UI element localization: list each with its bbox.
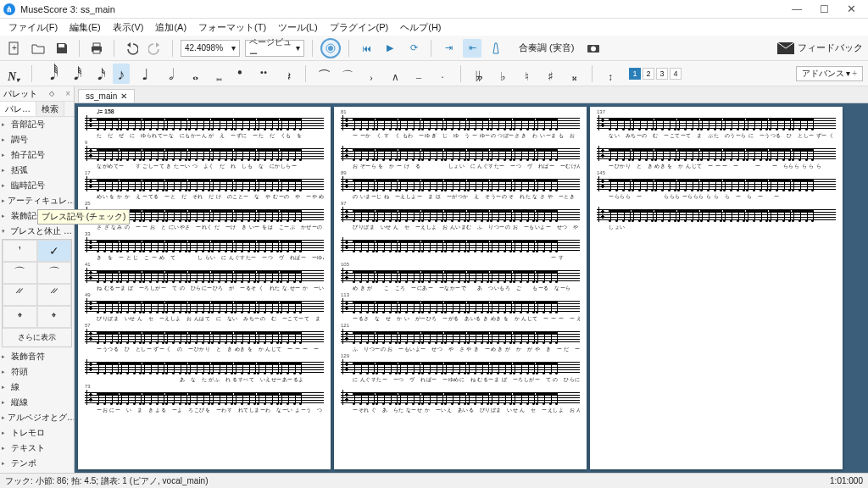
pal-lines[interactable]: ▸線 [0, 380, 74, 395]
flip-button[interactable]: ↕ [602, 64, 619, 84]
palette-tab-search[interactable]: 検索 [36, 102, 64, 116]
note-whole[interactable]: 𝅝 [184, 64, 201, 84]
pal-arpeggio[interactable]: ▸アルペジオとグ… [0, 410, 74, 425]
maximize-button[interactable]: ☐ [810, 0, 837, 19]
pal-noteheads[interactable]: ▸符頭 [0, 364, 74, 380]
workspace-select[interactable]: アドバンス ▾ + [796, 66, 863, 81]
note-quarter[interactable]: ♩ [136, 64, 153, 84]
breath-short1[interactable]: 𝄌 [3, 306, 37, 328]
menu-format[interactable]: フォーマット(T) [193, 19, 271, 36]
menu-tools[interactable]: ツール(L) [273, 19, 322, 36]
pal-keysig[interactable]: ▸調号 [0, 132, 74, 147]
note-8th[interactable]: ♪ [113, 64, 130, 84]
double-sharp-button[interactable]: 𝄪 [565, 64, 582, 84]
concert-pitch-toggle[interactable] [320, 38, 341, 58]
staccato-button[interactable]: · [434, 64, 451, 84]
palette-tabs: パレ… 検索 [0, 102, 74, 117]
print-button[interactable] [87, 39, 106, 58]
breath-tick2[interactable]: 𝄓 [37, 284, 72, 306]
note-64th[interactable]: 𝅘𝅥𝅱 [42, 64, 58, 84]
paper-wrap[interactable]: ♩= 158た だ ぜ に ゆられてーな にもかーん が え ーずに ーた だ … [75, 103, 868, 473]
pal-timesig[interactable]: ▸拍子記号 [0, 147, 74, 163]
menu-help[interactable]: ヘルプ(H) [395, 19, 446, 36]
note-16th[interactable]: 𝅘𝅥𝅯 [89, 64, 106, 84]
palette-panel: パレット ◇ × パレ… 検索 ▸音部記号 ▸調号 ▸拍子記号 ▸括弧 ▸臨時記… [0, 86, 75, 473]
minimize-button[interactable]: — [783, 0, 810, 19]
breath-caesura2[interactable]: ⌒ [37, 262, 72, 284]
pal-breaths[interactable]: ▾ブレスと休止 … [0, 224, 74, 239]
pal-articulations[interactable]: ▸アーティキュレ… [0, 193, 74, 208]
natural-button[interactable]: ♮ [518, 64, 535, 84]
pal-barlines[interactable]: ▸縦線 [0, 395, 74, 410]
menu-edit[interactable]: 編集(E) [64, 19, 106, 36]
save-button[interactable] [53, 39, 71, 58]
rest-button[interactable]: 𝄽 [279, 64, 296, 84]
note-input-mode[interactable]: N▾ [5, 64, 22, 84]
pal-clefs[interactable]: ▸音部記号 [0, 117, 74, 132]
loop-button[interactable]: ⟳ [404, 39, 423, 58]
note-dot[interactable]: • [231, 64, 248, 84]
note-double-dot[interactable]: •• [255, 64, 272, 84]
pal-dynamics[interactable]: ▸強弱記号 [0, 471, 74, 473]
new-button[interactable]: + [5, 39, 24, 58]
pal-accidentals[interactable]: ▸臨時記号 [0, 178, 74, 193]
rewind-button[interactable]: ⏮ [357, 39, 376, 58]
pal-text[interactable]: ▸テキスト [0, 441, 74, 456]
breath-short2[interactable]: 𝄌 [37, 306, 72, 328]
voice-3[interactable]: 3 [656, 68, 668, 80]
palette-close[interactable]: × [65, 89, 70, 98]
zoom-select[interactable]: 42.4098%▾ [181, 40, 240, 57]
feedback-button[interactable]: フィードバック [777, 42, 863, 54]
note-half[interactable]: 𝅗𝅥 [160, 64, 177, 84]
note-32nd[interactable]: 𝅘𝅥𝅰 [65, 64, 82, 84]
pal-tempo[interactable]: ▸テンポ [0, 456, 74, 471]
view-select[interactable]: ページビュー▾ [245, 40, 304, 57]
camera-button[interactable] [584, 39, 603, 58]
breath-tick1[interactable]: 𝄓 [3, 284, 37, 306]
metronome-button[interactable] [487, 39, 505, 58]
pal-brackets[interactable]: ▸括弧 [0, 163, 74, 178]
tab-label: ss_main [86, 92, 117, 101]
loop-in-button[interactable]: ⇥ [439, 39, 458, 58]
pal-more[interactable]: さらに表示 [3, 328, 71, 347]
play-button[interactable]: ▶ [381, 39, 399, 58]
toolbar-note-input: N▾ 𝅘𝅥𝅱 𝅘𝅥𝅰 𝅘𝅥𝅯 ♪ ♩ 𝅗𝅥 𝅝 𝅜 • •• 𝄽 ⁀ ⌒ › ∧… [0, 61, 868, 86]
voice-1[interactable]: 1 [629, 68, 641, 80]
menu-file[interactable]: ファイル(F) [3, 19, 63, 36]
slur-button[interactable]: ⌒ [339, 64, 356, 84]
tab-ssmain[interactable]: ss_main✕ [78, 89, 135, 103]
sharp-button[interactable]: ♯ [542, 64, 559, 84]
undo-button[interactable] [122, 39, 141, 58]
note-breve[interactable]: 𝅜 [208, 64, 225, 84]
palette-pin-icon[interactable]: ◇ [49, 90, 54, 97]
tie-button[interactable]: ⁀ [315, 64, 332, 84]
voice-2[interactable]: 2 [643, 68, 654, 80]
voice-4[interactable]: 4 [670, 68, 682, 80]
pal-grace[interactable]: ▸装飾音符 [0, 349, 74, 364]
menu-plugins[interactable]: プラグイン(P) [325, 19, 394, 36]
accent-button[interactable]: ∧ [387, 64, 403, 84]
marcato-button[interactable]: › [363, 64, 380, 84]
score-tabs: ss_main✕ [75, 86, 868, 103]
tenuto-button[interactable]: – [410, 64, 427, 84]
pal-breaths-grid: ’ ✓ ⌒ ⌒ 𝄓 𝄓 𝄌 𝄌 さらに表示 [2, 239, 72, 347]
concert-pitch-label: 合奏調 (実音) [519, 42, 574, 54]
loop-out-button[interactable]: ⇤ [463, 39, 481, 58]
breath-caesura1[interactable]: ⌒ [3, 262, 37, 284]
palette-tab-palettes[interactable]: パレ… [0, 102, 36, 116]
pal-tremolo[interactable]: ▸トレモロ [0, 425, 74, 441]
palette-header: パレット ◇ × [0, 86, 74, 102]
statusbar: フック: 小節: 86; 拍: 4.5; 譜表: 1 (ピアノ, vocal_m… [0, 473, 868, 488]
flat-button[interactable]: ♭ [494, 64, 511, 84]
close-button[interactable]: ✕ [837, 0, 865, 19]
menu-add[interactable]: 追加(A) [150, 19, 192, 36]
breath-check[interactable]: ✓ [37, 240, 72, 262]
svg-rect-4 [93, 43, 100, 47]
tab-close-icon[interactable]: ✕ [120, 92, 127, 101]
redo-button[interactable] [146, 39, 164, 58]
menu-view[interactable]: 表示(V) [108, 19, 149, 36]
breath-comma[interactable]: ’ [3, 240, 37, 262]
double-flat-button[interactable]: 𝄫 [470, 64, 487, 84]
view-value: ページビュー [249, 36, 296, 60]
open-button[interactable] [29, 39, 47, 58]
